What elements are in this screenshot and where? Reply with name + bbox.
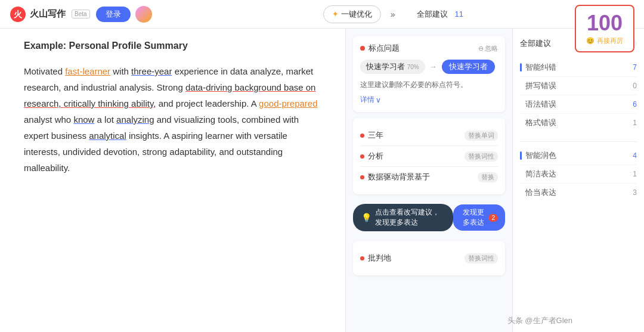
- item-dot: [360, 175, 364, 179]
- score-box: 100 再接再厉: [575, 5, 634, 52]
- suggestion-list: 三年 替换单词 分析 替换词性 数据驱动背景基于 替换: [353, 118, 505, 194]
- text-and-project: , and project leadership. A: [153, 98, 259, 108]
- text-motivated: Motivated: [24, 66, 65, 76]
- ignore-button[interactable]: ⊖ 忽略: [478, 44, 498, 53]
- list-item[interactable]: 三年 替换单词: [360, 125, 498, 146]
- avatar[interactable]: [135, 6, 152, 23]
- active-bar: [520, 151, 522, 160]
- star-icon: ✦: [332, 10, 339, 18]
- divider: [520, 141, 637, 142]
- text-good-prepared[interactable]: good-prepared: [259, 98, 317, 108]
- red-dot: [360, 46, 365, 51]
- card-description: 这里建议删除不必要的标点符号。: [360, 80, 498, 90]
- item-count: 6: [633, 100, 637, 108]
- discover-count: 2: [488, 214, 498, 222]
- item-label: 智能纠错: [525, 62, 556, 73]
- item-label: 恰当表达: [525, 187, 556, 198]
- list-item[interactable]: 批判地 替换词性: [360, 248, 498, 268]
- main-area: Example: Personal Profile Summary Motiva…: [0, 29, 644, 332]
- ignore-label: 忽略: [485, 44, 498, 53]
- expand-button[interactable]: »: [386, 7, 400, 21]
- item-dot: [360, 134, 364, 138]
- style-section: 智能润色 4 简洁表达 1 恰当表达 3: [520, 147, 637, 201]
- right-item-pinxie[interactable]: 拼写错误 0: [520, 77, 637, 95]
- text-analyzing[interactable]: analyzing: [116, 114, 154, 125]
- text-a-lot: a lot: [94, 114, 116, 125]
- item-text: 分析: [368, 151, 461, 162]
- suggestion-card-last: 批判地 替换词性: [353, 241, 505, 275]
- topbar: 火 火山写作 Beta 登录 ✦ 一键优化 » 全部建议 11 100 再接再厉: [0, 0, 644, 29]
- item-label: 拼写错误: [525, 80, 556, 91]
- item-count: 0: [633, 82, 637, 90]
- text-fast-learner[interactable]: fast-learner: [65, 66, 110, 76]
- item-count: 1: [633, 170, 637, 178]
- item-count: 3: [633, 188, 637, 197]
- item-label: 语法错误: [525, 99, 556, 110]
- right-item-yufa[interactable]: 语法错误 6: [520, 95, 637, 114]
- right-item-geshi[interactable]: 格式错误 1: [520, 114, 637, 132]
- text-with: with: [110, 66, 131, 76]
- all-suggestions-title: 全部建议: [520, 38, 551, 49]
- discover-button[interactable]: 发现更多表达 2: [453, 204, 505, 231]
- score-number: 100: [587, 13, 623, 34]
- right-panel: 全部建议 11 智能纠错 7 拼写错误 0 语法错误 6 格式错误: [513, 29, 644, 332]
- list-item[interactable]: 分析 替换词性: [360, 146, 498, 167]
- card-header: 标点问题 ⊖ 忽略: [360, 43, 498, 54]
- score-label: 再接再厉: [586, 36, 623, 45]
- item-dot: [360, 154, 364, 159]
- suggestions-label: 全部建议: [417, 9, 448, 20]
- item-tag: 替换: [478, 172, 498, 182]
- right-item-runse[interactable]: 智能润色 4: [520, 147, 637, 165]
- ignore-icon: ⊖: [478, 45, 484, 52]
- watermark: 头条 @生产者Glen: [507, 315, 572, 326]
- word-original: 快速学习者 70%: [360, 60, 425, 74]
- text-know[interactable]: know: [73, 114, 94, 125]
- logo-text: 火山写作: [30, 8, 66, 20]
- optimize-button[interactable]: ✦ 一键优化: [323, 5, 381, 23]
- original-score: 70%: [407, 64, 419, 70]
- item-label: 格式错误: [525, 117, 556, 128]
- middle-bottom: 💡 点击查看改写建议，发现更多表达 发现更多表达 2: [353, 200, 505, 235]
- tooltip-text: 点击查看改写建议，发现更多表达: [375, 207, 445, 228]
- item-text: 批判地: [368, 253, 461, 263]
- login-button[interactable]: 登录: [96, 7, 131, 22]
- optimize-label: 一键优化: [341, 9, 372, 20]
- suggestions-count: 11: [455, 10, 463, 18]
- right-item-qiadang[interactable]: 恰当表达 3: [520, 184, 637, 201]
- item-label: 简洁表达: [525, 169, 556, 179]
- item-text: 三年: [368, 130, 461, 141]
- card-title: 标点问题: [369, 43, 400, 54]
- topbar-center: ✦ 一键优化 » 全部建议 11: [152, 5, 634, 23]
- right-item-zhishuang[interactable]: 智能纠错 7: [520, 58, 637, 77]
- logo-icon: 火: [10, 6, 26, 23]
- text-analyst: analyst who: [24, 114, 73, 125]
- card-detail[interactable]: 详情 ∨: [360, 95, 498, 105]
- editor-area: Example: Personal Profile Summary Motiva…: [0, 29, 346, 332]
- item-count: 1: [633, 119, 637, 127]
- list-item[interactable]: 数据驱动背景基于 替换: [360, 167, 498, 187]
- suggestion-card: 标点问题 ⊖ 忽略 快速学习者 70% → 快速学习者 这里建议删除不必要的标点…: [353, 36, 505, 112]
- arrow-right-icon: →: [430, 63, 437, 71]
- item-tag: 替换词性: [465, 253, 498, 263]
- active-bar: [520, 63, 522, 72]
- chevron-down-icon: ∨: [376, 96, 381, 104]
- item-tag: 替换单词: [465, 131, 498, 141]
- word-options: 快速学习者 70% → 快速学习者: [360, 60, 498, 74]
- item-count: 7: [633, 63, 637, 72]
- doc-body: Motivated fast-learner with three-year e…: [24, 63, 321, 176]
- text-analytical[interactable]: analytical: [89, 131, 126, 141]
- tooltip-bar: 💡 点击查看改写建议，发现更多表达: [353, 204, 453, 231]
- card-tag: 标点问题: [360, 43, 400, 54]
- text-three-year[interactable]: three-year: [131, 66, 172, 76]
- logo-area: 火 火山写作 Beta: [10, 6, 90, 23]
- item-dot: [360, 256, 364, 260]
- right-item-jianjie[interactable]: 简洁表达 1: [520, 165, 637, 184]
- item-text: 数据驱动背景基于: [368, 172, 474, 182]
- discover-label: 发现更多表达: [460, 207, 487, 228]
- item-label: 智能润色: [525, 150, 556, 161]
- word-suggestion[interactable]: 快速学习者: [442, 60, 495, 74]
- middle-panel: 标点问题 ⊖ 忽略 快速学习者 70% → 快速学习者 这里建议删除不必要的标点…: [346, 29, 513, 332]
- light-bulb-icon: 💡: [361, 213, 371, 222]
- doc-title: Example: Personal Profile Summary: [24, 41, 321, 51]
- item-count: 4: [633, 151, 637, 160]
